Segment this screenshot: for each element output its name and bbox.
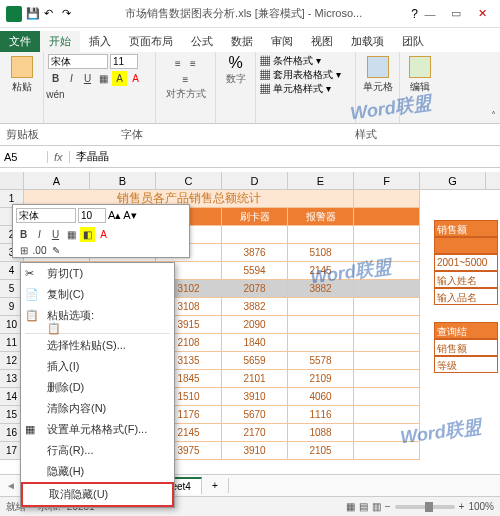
save-icon[interactable]: 💾 [26, 7, 40, 21]
font-name-input[interactable] [48, 54, 108, 69]
menu-item[interactable]: 📋粘贴选项: [21, 305, 174, 326]
align-left-icon[interactable]: ≡ [178, 72, 193, 87]
zoom-slider[interactable] [395, 505, 455, 509]
fx-icon[interactable]: fx [48, 151, 70, 163]
align-top-icon[interactable]: ≡ [171, 56, 186, 71]
minimize-icon[interactable]: — [418, 5, 442, 23]
cell[interactable]: 3910 [222, 388, 288, 406]
menu-item[interactable]: 清除内容(N) [21, 398, 174, 419]
cell[interactable] [354, 226, 420, 244]
zoom-out-icon[interactable]: − [385, 501, 391, 512]
menu-item[interactable]: 隐藏(H) [21, 461, 174, 482]
cell[interactable]: 4060 [288, 388, 354, 406]
name-box[interactable]: A5 [0, 151, 48, 163]
cell[interactable]: 5578 [288, 352, 354, 370]
cell[interactable] [354, 316, 420, 334]
cell[interactable] [288, 298, 354, 316]
side-cell[interactable]: 输入姓名 [434, 271, 498, 288]
col-c[interactable]: C [156, 172, 222, 189]
cell[interactable]: 2145 [288, 262, 354, 280]
header-cell[interactable]: 报警器 [288, 208, 354, 226]
cell[interactable] [354, 280, 420, 298]
view-break-icon[interactable]: ▥ [372, 501, 381, 512]
tab-team[interactable]: 团队 [393, 31, 433, 52]
fill-icon[interactable]: A [112, 71, 127, 86]
mini-merge-icon[interactable]: ⊞ [16, 243, 31, 258]
side-cell[interactable] [434, 305, 498, 322]
tab-home[interactable]: 开始 [40, 31, 80, 52]
shrink-font-icon[interactable]: A▾ [123, 209, 136, 222]
cell[interactable] [354, 298, 420, 316]
table-format-button[interactable]: ▦ 套用表格格式 ▾ [260, 68, 351, 82]
side-cell[interactable] [434, 237, 498, 254]
cell[interactable] [354, 370, 420, 388]
tab-formula[interactable]: 公式 [182, 31, 222, 52]
cell[interactable]: 1116 [288, 406, 354, 424]
mini-italic-icon[interactable]: I [32, 227, 47, 242]
cell[interactable]: 2078 [222, 280, 288, 298]
align-mid-icon[interactable]: ≡ [186, 56, 201, 71]
menu-item[interactable]: 行高(R)... [21, 440, 174, 461]
cell[interactable]: 3882 [222, 298, 288, 316]
cell[interactable]: 2109 [288, 370, 354, 388]
cell[interactable]: 3876 [222, 244, 288, 262]
editing-button[interactable]: 编辑 [404, 54, 436, 96]
formula-value[interactable]: 李晶晶 [70, 149, 115, 164]
menu-item[interactable]: ▦设置单元格格式(F)... [21, 419, 174, 440]
header-cell[interactable]: 刷卡器 [222, 208, 288, 226]
mini-font-name[interactable] [16, 208, 76, 223]
cell[interactable]: 3910 [222, 442, 288, 460]
menu-item[interactable]: 选择性粘贴(S)... [21, 335, 174, 356]
cell[interactable]: 3882 [288, 280, 354, 298]
percent-icon[interactable]: % [220, 54, 251, 72]
side-cell[interactable]: 销售额 [434, 220, 498, 237]
menu-item[interactable]: 📄复制(C) [21, 284, 174, 305]
side-cell[interactable]: 等级 [434, 356, 498, 373]
cell[interactable]: 2090 [222, 316, 288, 334]
col-a[interactable]: A [24, 172, 90, 189]
mini-border-icon[interactable]: ▦ [64, 227, 79, 242]
view-normal-icon[interactable]: ▦ [346, 501, 355, 512]
col-e[interactable]: E [288, 172, 354, 189]
phonetic-icon[interactable]: wén [48, 87, 63, 102]
tab-review[interactable]: 审阅 [262, 31, 302, 52]
cell[interactable] [354, 334, 420, 352]
tab-layout[interactable]: 页面布局 [120, 31, 182, 52]
restore-icon[interactable]: ▭ [444, 5, 468, 23]
mini-underline-icon[interactable]: U [48, 227, 63, 242]
view-layout-icon[interactable]: ▤ [359, 501, 368, 512]
menu-item[interactable]: 删除(D) [21, 377, 174, 398]
cell[interactable] [354, 190, 420, 208]
cell-style-button[interactable]: ▦ 单元格样式 ▾ [260, 82, 351, 96]
cell[interactable] [354, 388, 420, 406]
cell[interactable] [354, 208, 420, 226]
col-d[interactable]: D [222, 172, 288, 189]
cell[interactable]: 5108 [288, 244, 354, 262]
tab-file[interactable]: 文件 [0, 31, 40, 52]
select-all-corner[interactable] [0, 172, 24, 189]
mini-fontcolor-icon[interactable]: A [96, 227, 111, 242]
fontcolor-icon[interactable]: A [128, 71, 143, 86]
help-icon[interactable]: ? [411, 7, 418, 21]
redo-icon[interactable]: ↷ [62, 7, 76, 21]
menu-item[interactable]: 插入(I) [21, 356, 174, 377]
mini-decimal-icon[interactable]: .00 [32, 243, 47, 258]
undo-icon[interactable]: ↶ [44, 7, 58, 21]
close-icon[interactable]: ✕ [470, 5, 494, 23]
side-cell[interactable]: 2001~5000 [434, 254, 498, 271]
cell[interactable] [354, 442, 420, 460]
side-cell[interactable]: 销售额 [434, 339, 498, 356]
cell[interactable]: 5659 [222, 352, 288, 370]
cell[interactable]: 2101 [222, 370, 288, 388]
paste-options[interactable]: 📋 [21, 326, 174, 332]
new-sheet-button[interactable]: + [202, 478, 229, 493]
underline-icon[interactable]: U [80, 71, 95, 86]
cell[interactable]: 2105 [288, 442, 354, 460]
tab-insert[interactable]: 插入 [80, 31, 120, 52]
bold-icon[interactable]: B [48, 71, 63, 86]
paste-option-icon[interactable]: 📋 [47, 322, 61, 336]
cond-format-button[interactable]: ▦ 条件格式 ▾ [260, 54, 351, 68]
col-g[interactable]: G [420, 172, 486, 189]
menu-item[interactable]: 取消隐藏(U) [21, 482, 174, 507]
cell[interactable] [288, 226, 354, 244]
